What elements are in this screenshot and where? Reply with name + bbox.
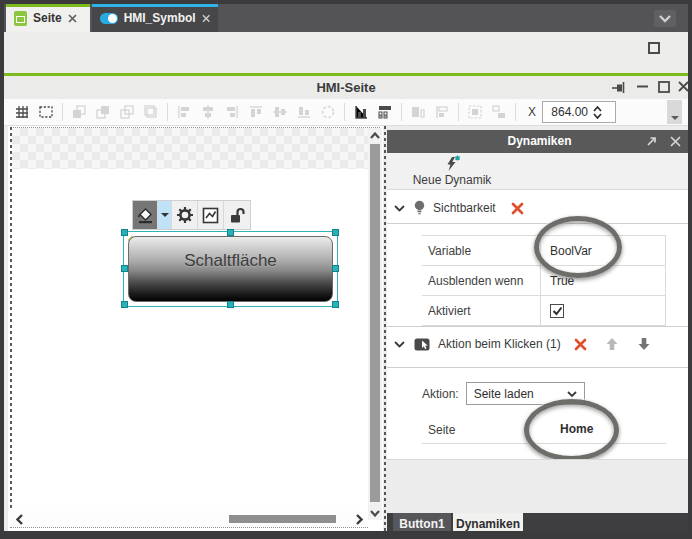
resize-handle-nw[interactable]: [121, 229, 128, 236]
resize-handle-s[interactable]: [227, 301, 234, 308]
property-row-enabled: Aktiviert: [422, 296, 666, 326]
undock-icon[interactable]: [645, 135, 658, 148]
section-visibility-header: Sichtbarkeit: [387, 195, 692, 221]
active-tab-accent: [6, 4, 90, 7]
align-top-icon[interactable]: [244, 101, 268, 123]
same-height-icon[interactable]: [430, 101, 454, 123]
section-divider: [387, 326, 692, 327]
align-bottom-icon[interactable]: [292, 101, 316, 123]
page-icon: [14, 11, 27, 26]
collapse-chevron-icon[interactable]: [394, 205, 405, 212]
distribute-horizontal-icon[interactable]: [349, 101, 373, 123]
section-divider: [387, 223, 692, 224]
same-width-icon[interactable]: [406, 101, 430, 123]
vertical-scroll-thumb[interactable]: [370, 144, 380, 502]
document-titlebar: HMI-Seite: [4, 76, 688, 99]
page-label: Seite: [428, 423, 455, 437]
property-label: Aktiviert: [422, 296, 540, 325]
selection-marquee-icon[interactable]: [34, 101, 58, 123]
editor-toolbar: X: [4, 99, 688, 126]
section-divider: [387, 367, 692, 368]
visibility-bulb-icon: [414, 200, 425, 216]
hmi-push-button[interactable]: Schaltfläche: [128, 236, 333, 302]
tab-seite[interactable]: Seite: [6, 4, 90, 32]
panel-empty-area: [387, 459, 692, 513]
scroll-down-icon[interactable]: [368, 506, 382, 520]
x-position-input[interactable]: [543, 105, 591, 119]
move-up-icon[interactable]: [605, 337, 619, 351]
selection-box[interactable]: Schaltfläche: [124, 232, 337, 306]
ungroup-icon[interactable]: [487, 101, 511, 123]
delete-dynamic-icon[interactable]: [511, 202, 524, 215]
maximize-icon[interactable]: [658, 81, 670, 93]
tab-hmi-symbol[interactable]: HMI_Symbol: [92, 4, 218, 32]
x-position-spinner[interactable]: [542, 101, 616, 123]
vertical-scrollbar[interactable]: [368, 128, 382, 520]
horizontal-scrollbar[interactable]: [10, 511, 366, 527]
section-title: Aktion beim Klicken (1): [438, 337, 561, 351]
unlock-button[interactable]: [224, 201, 250, 229]
design-canvas[interactable]: Schaltfläche: [8, 126, 383, 535]
property-row-hide-when: Ausblenden wenn True: [422, 266, 666, 296]
window-frame: [688, 4, 692, 535]
property-label: Ausblenden wenn: [422, 266, 540, 295]
collapse-chevron-icon[interactable]: [394, 341, 405, 348]
pin-icon[interactable]: [612, 81, 626, 94]
close-icon[interactable]: [202, 14, 210, 23]
tab-list-chevron-down-icon[interactable]: [654, 10, 676, 27]
close-icon[interactable]: [68, 14, 77, 23]
send-to-back-icon[interactable]: [91, 101, 115, 123]
align-center-icon[interactable]: [196, 101, 220, 123]
align-left-icon[interactable]: [172, 101, 196, 123]
move-down-icon[interactable]: [637, 337, 651, 351]
spinner-steppers[interactable]: [593, 106, 602, 119]
resize-handle-n[interactable]: [227, 229, 234, 236]
scroll-up-icon[interactable]: [368, 128, 382, 142]
element-mini-toolbar: [132, 200, 251, 230]
align-right-icon[interactable]: [220, 101, 244, 123]
fill-color-button[interactable]: [133, 201, 158, 229]
scroll-left-icon[interactable]: [12, 512, 26, 526]
new-dynamic-button[interactable]: Neue Dynamik: [397, 154, 507, 188]
send-backward-icon[interactable]: [139, 101, 163, 123]
resize-handle-sw[interactable]: [121, 301, 128, 308]
group-icon[interactable]: [463, 101, 487, 123]
rotate-icon[interactable]: [316, 101, 340, 123]
align-middle-icon[interactable]: [268, 101, 292, 123]
property-label: Variable: [422, 236, 540, 265]
maximize-icon[interactable]: [648, 42, 660, 54]
tab-label: HMI_Symbol: [124, 11, 196, 25]
application-window: Seite HMI_Symbol HMI-Seite: [0, 0, 692, 539]
match-grid-icon[interactable]: [373, 101, 397, 123]
dynamics-toolbar: Neue Dynamik: [387, 153, 692, 190]
resize-handle-w[interactable]: [121, 265, 128, 272]
action-label: Aktion:: [422, 387, 459, 401]
action-selected-value: Seite laden: [474, 387, 567, 401]
close-icon[interactable]: [670, 136, 681, 147]
x-position-label: X: [528, 105, 536, 119]
resize-handle-e[interactable]: [332, 265, 339, 272]
scroll-right-icon[interactable]: [352, 512, 366, 526]
enabled-checkbox[interactable]: [550, 304, 564, 318]
toolbar-overflow-button[interactable]: [667, 100, 682, 124]
bring-to-front-icon[interactable]: [67, 101, 91, 123]
fill-color-dropdown[interactable]: [158, 201, 172, 229]
minimize-icon[interactable]: [637, 85, 648, 88]
dynamics-button[interactable]: [198, 201, 224, 229]
lightning-new-icon: [444, 155, 461, 172]
spin-up-icon: [593, 106, 602, 112]
resize-handle-ne[interactable]: [332, 229, 339, 236]
horizontal-scroll-thumb[interactable]: [229, 515, 336, 523]
tab-label: Seite: [33, 11, 62, 25]
window-frame: [4, 531, 692, 539]
annotation-circle-boolvar: [534, 216, 622, 278]
settings-button[interactable]: [172, 201, 198, 229]
grid-icon[interactable]: [10, 101, 34, 123]
delete-dynamic-icon[interactable]: [574, 338, 587, 351]
resize-handle-se[interactable]: [332, 301, 339, 308]
inactive-tab-accent: [92, 4, 218, 7]
section-title: Sichtbarkeit: [433, 201, 496, 215]
toggle-switch-icon: [100, 13, 118, 24]
page-boundary-bottom: [10, 527, 368, 528]
bring-forward-icon[interactable]: [115, 101, 139, 123]
